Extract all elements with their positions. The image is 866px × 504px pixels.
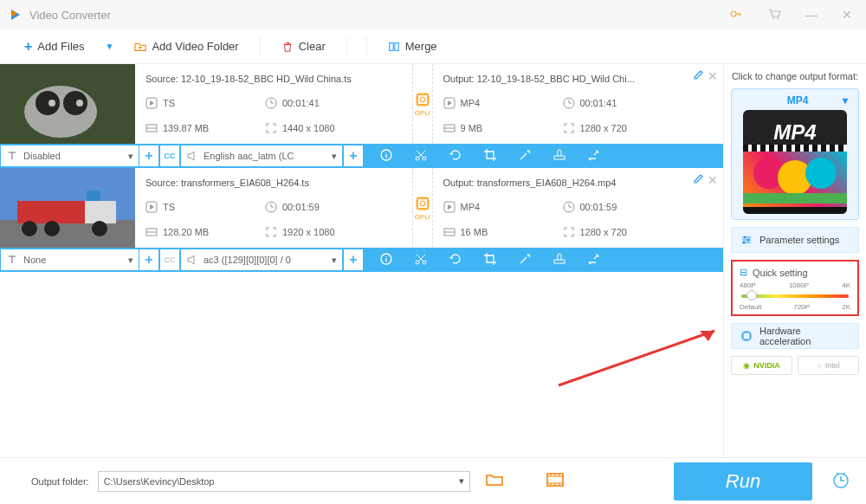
audio-select[interactable]: ac3 ([129][0][0][0] / 0 ▾ [180, 249, 343, 271]
chip-icon [740, 330, 753, 342]
list-item: Source: transformers_EIA608_H264.ts TS 0… [0, 168, 723, 272]
play-file-icon [443, 201, 456, 213]
cc-button[interactable]: CC [159, 145, 180, 167]
main-toolbar: +Add Files ▼ Add Video Folder Clear Merg… [0, 29, 866, 64]
remove-item-icon[interactable]: ✕ [708, 173, 718, 187]
video-thumbnail[interactable] [0, 64, 135, 144]
effects-icon[interactable] [518, 148, 532, 165]
rotate-icon[interactable] [449, 148, 462, 165]
side-panel: Click to change output format: MP4▾ MP4 … [723, 64, 866, 457]
svg-point-49 [747, 239, 750, 242]
add-subtitle-button[interactable]: + [139, 249, 159, 271]
add-audio-button[interactable]: + [343, 145, 364, 167]
hw-vendors: ◉NVIDIA ○Intel [731, 356, 859, 375]
crop-icon[interactable] [483, 148, 497, 165]
source-panel: Source: 12-10_19-18-52_BBC HD_Wild China… [135, 64, 412, 144]
close-button[interactable]: ✕ [837, 4, 857, 25]
hardware-accel-button[interactable]: Hardware acceleration [731, 323, 859, 349]
chevron-down-icon: ▾ [332, 151, 337, 162]
text-icon [6, 254, 18, 266]
storage-icon [145, 122, 158, 134]
source-label: Source: transformers_EIA608_H264.ts [145, 178, 402, 188]
add-files-dropdown-icon[interactable]: ▼ [106, 42, 114, 51]
resolution-icon [265, 122, 277, 134]
watermark-icon[interactable] [553, 252, 566, 268]
svg-point-28 [22, 221, 37, 236]
remove-item-icon[interactable]: ✕ [708, 69, 718, 83]
bottom-bar: Output folder: C:\Users\Kevincy\Desktop … [0, 457, 866, 504]
svg-point-30 [92, 221, 107, 236]
subtitle-edit-icon[interactable] [587, 252, 601, 268]
storage-icon [145, 226, 158, 238]
slider-knob[interactable] [746, 290, 757, 300]
intel-badge: ○Intel [798, 356, 859, 375]
audio-select[interactable]: English aac_latm (LC ▾ [180, 145, 343, 167]
info-icon[interactable] [379, 148, 393, 165]
run-button[interactable]: Run [674, 462, 812, 501]
output-label: Output: transformers_EIA608_H264.mp4 [443, 178, 700, 188]
merge-button[interactable]: Merge [381, 36, 444, 56]
cut-icon[interactable] [414, 252, 428, 268]
quick-setting-panel: ⊟Quick setting 480P 1080P 4K Default 720… [731, 260, 859, 316]
add-subtitle-button[interactable]: + [139, 145, 159, 167]
svg-rect-47 [743, 193, 847, 204]
format-name: MP4 [787, 94, 809, 107]
edit-output-icon[interactable] [694, 173, 704, 185]
add-files-button[interactable]: +Add Files [17, 36, 92, 58]
svg-point-2 [777, 17, 779, 19]
svg-rect-11 [0, 64, 135, 144]
parameter-settings-button[interactable]: Parameter settings [731, 227, 859, 253]
subtitle-edit-icon[interactable] [587, 148, 601, 165]
clock-icon [563, 201, 575, 213]
clock-icon [265, 97, 277, 109]
watermark-icon[interactable] [553, 148, 566, 165]
minimize-button[interactable]: — [800, 4, 823, 25]
trash-icon [281, 41, 294, 53]
chevron-down-icon: ▾ [843, 94, 848, 107]
cut-icon[interactable] [414, 148, 428, 165]
sliders-icon [740, 234, 753, 246]
chevron-down-icon: ▾ [128, 151, 133, 162]
mp4-icon: MP4 [743, 110, 847, 214]
main-area: Source: 12-10_19-18-52_BBC HD_Wild China… [0, 64, 866, 457]
subtitle-select[interactable]: Disabled ▾ [0, 145, 139, 167]
clear-button[interactable]: Clear [275, 36, 333, 56]
format-heading: Click to change output format: [731, 71, 859, 81]
svg-point-1 [772, 17, 774, 19]
item-controlbar: Disabled ▾ + CC English aac_latm (LC ▾ + [0, 144, 723, 168]
clock-icon [563, 97, 575, 109]
app-window: Video Converter — ✕ +Add Files ▼ Add Vid… [0, 0, 866, 504]
schedule-icon[interactable] [831, 470, 850, 493]
output-format-card[interactable]: MP4▾ MP4 [731, 88, 859, 220]
edit-output-icon[interactable] [694, 69, 704, 81]
output-film-icon[interactable] [546, 473, 564, 490]
svg-rect-43 [554, 260, 565, 263]
crop-icon[interactable] [483, 252, 497, 268]
add-audio-button[interactable]: + [343, 249, 364, 271]
svg-rect-26 [17, 201, 85, 223]
quality-slider[interactable] [741, 294, 849, 298]
open-folder-icon[interactable] [486, 473, 503, 490]
list-item: Source: 12-10_19-18-52_BBC HD_Wild China… [0, 64, 723, 168]
plus-icon: + [24, 39, 32, 55]
svg-point-0 [731, 11, 736, 16]
storage-icon [443, 122, 456, 134]
cart-icon[interactable] [762, 3, 786, 27]
output-folder-select[interactable]: C:\Users\Kevincy\Desktop ▾ [98, 471, 470, 492]
key-icon[interactable] [724, 3, 748, 27]
effects-icon[interactable] [518, 252, 532, 268]
subtitle-select[interactable]: None ▾ [0, 249, 139, 271]
add-video-folder-button[interactable]: Add Video Folder [127, 36, 245, 56]
output-panel: ✕ Output: 12-10_19-18-52_BBC HD_Wild Chi… [433, 64, 724, 144]
rotate-icon[interactable] [449, 252, 462, 268]
svg-point-16 [420, 97, 425, 102]
folder-plus-icon [134, 41, 146, 53]
toggle-icon[interactable]: ⊟ [740, 267, 747, 278]
info-icon[interactable] [379, 252, 393, 268]
cc-button[interactable]: CC [159, 249, 180, 271]
gpu-badge: GPU [412, 168, 433, 248]
video-thumbnail[interactable] [0, 168, 135, 248]
svg-rect-23 [554, 156, 565, 159]
svg-point-48 [744, 236, 746, 239]
storage-icon [443, 226, 456, 238]
